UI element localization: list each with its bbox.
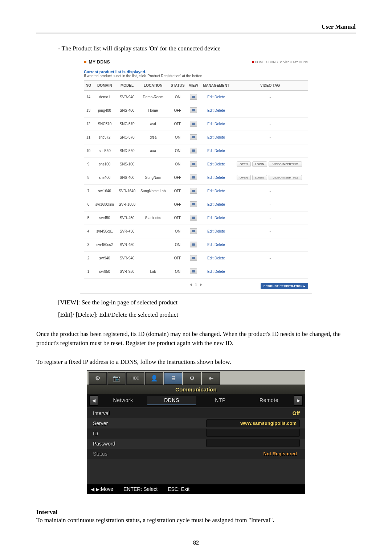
delete-link[interactable]: Delete	[215, 162, 225, 166]
value-id[interactable]	[206, 429, 300, 437]
delete-link[interactable]: Delete	[215, 95, 225, 99]
delete-link[interactable]: Delete	[215, 243, 225, 247]
edit-link[interactable]: Edit	[207, 202, 213, 206]
tabs-bar: ◀ Network DDNS NTP Remote ▶	[87, 394, 305, 407]
tab-prev-icon[interactable]: ◀	[89, 395, 98, 406]
delete-link[interactable]: Delete	[215, 216, 225, 220]
hint-esc: ESC: Exit	[168, 486, 189, 492]
view-icon[interactable]	[190, 215, 197, 221]
breadcrumb: ■ HOME > DDNS Service > MY DDNS	[252, 60, 308, 64]
edit-link[interactable]: Edit	[207, 95, 213, 99]
right-arrow-icon: ▶	[96, 487, 99, 492]
delete-link[interactable]: Delete	[215, 135, 225, 139]
delete-link[interactable]: Delete	[215, 176, 225, 180]
view-icon[interactable]	[190, 188, 197, 194]
delete-link[interactable]: Delete	[215, 256, 225, 260]
view-icon[interactable]	[190, 107, 197, 113]
label-server: Server	[87, 420, 156, 426]
page-prev-icon[interactable]	[190, 283, 192, 286]
product-table-body: 14demo1SVR-940Demo-RoomONEdit Delete-13j…	[84, 90, 308, 278]
edit-link[interactable]: Edit	[207, 270, 213, 274]
delete-link[interactable]: Delete	[215, 229, 225, 233]
footer-hints: ◀ ▶:Move ENTER: Select ESC: Exit	[87, 484, 305, 494]
col-view: VIEW	[187, 80, 200, 90]
table-row: 2svr940SVR-940OFFEdit Delete-	[84, 251, 308, 265]
user-icon[interactable]: 👤	[145, 372, 163, 385]
delete-link[interactable]: Delete	[215, 108, 225, 112]
network-icon[interactable]: 🖥	[164, 372, 182, 385]
col-model: MODEL	[117, 80, 138, 90]
value-server[interactable]: www.samsungipolis.com	[206, 419, 300, 427]
tab-next-icon[interactable]: ▶	[294, 395, 303, 406]
videotag-dash: -	[270, 243, 271, 247]
open-pill[interactable]: OPEN	[237, 175, 251, 180]
delete-link[interactable]: Delete	[215, 122, 225, 126]
view-icon[interactable]	[190, 201, 197, 207]
delete-link[interactable]: Delete	[215, 270, 225, 274]
delete-link[interactable]: Delete	[215, 189, 225, 193]
edit-link[interactable]: Edit	[207, 149, 213, 153]
table-row: 7svr1640SVR-1640SungName LabOFFEdit Dele…	[84, 184, 308, 198]
left-arrow-icon: ◀	[91, 487, 94, 492]
login-pill[interactable]: LOGIN	[252, 175, 267, 180]
exit-icon[interactable]: ⇤	[202, 372, 220, 385]
col-videotag: VIDEO TAG	[232, 80, 308, 90]
view-icon[interactable]	[190, 255, 197, 261]
edit-link[interactable]: Edit	[207, 216, 213, 220]
delete-link[interactable]: Delete	[215, 202, 225, 206]
table-row: 8sns400SNS-400SungNamOFFEdit DeleteOPENL…	[84, 171, 308, 184]
label-password: Password	[87, 441, 156, 447]
view-icon[interactable]	[190, 121, 197, 127]
settings-icon[interactable]: ⚙	[183, 372, 201, 385]
edit-link[interactable]: Edit	[207, 189, 213, 193]
edit-link[interactable]: Edit	[207, 162, 213, 166]
value-interval[interactable]: Off	[293, 410, 300, 416]
orange-dot-icon: ■	[84, 59, 86, 65]
table-row: 6svr1680kimSVR-1680OFFEdit Delete-	[84, 198, 308, 211]
edit-link[interactable]: Edit	[207, 256, 213, 260]
table-row: 11snc572SNC-570dfsaONEdit Delete-	[84, 131, 308, 144]
page-number-footer: 82	[36, 539, 356, 546]
edit-link[interactable]: Edit	[207, 135, 213, 139]
col-location: LOCATION	[138, 80, 169, 90]
view-icon[interactable]	[190, 228, 197, 234]
table-row: 13jang400SNS-400HomeOFFEdit Delete-	[84, 104, 308, 117]
panel-heading: Communication	[87, 385, 305, 394]
product-registration-button[interactable]: PRODUCT REGISTRATION	[261, 283, 308, 289]
open-pill[interactable]: OPEN	[237, 161, 251, 167]
intro-line: - The Product list will display status '…	[58, 44, 356, 53]
gear-icon[interactable]: ⚙	[89, 372, 107, 385]
login-pill[interactable]: LOGIN	[252, 161, 267, 167]
tab-remote[interactable]: Remote	[245, 396, 293, 405]
hint-enter: ENTER: Select	[123, 486, 158, 492]
videotag-dash: -	[270, 122, 271, 126]
edit-link[interactable]: Edit	[207, 122, 213, 126]
edit-link[interactable]: Edit	[207, 229, 213, 233]
table-row: 12SNC570SNC-570asdOFFEdit Delete-	[84, 117, 308, 131]
page-next-icon[interactable]	[200, 283, 202, 286]
tab-network[interactable]: Network	[99, 396, 147, 405]
view-icon[interactable]	[190, 268, 197, 274]
view-icon[interactable]	[190, 134, 197, 140]
tab-ddns[interactable]: DDNS	[147, 396, 196, 405]
hdd-icon[interactable]: HDD	[126, 372, 144, 385]
value-password[interactable]	[206, 439, 300, 447]
dvr-screenshot: ⚙ 📷 HDD 👤 🖥 ⚙ ⇤ Communication ◀ Network …	[87, 370, 305, 494]
delete-link[interactable]: Delete	[215, 149, 225, 153]
video-inserting-pill[interactable]: VIDEO INSERTING	[269, 175, 302, 180]
edit-link[interactable]: Edit	[207, 176, 213, 180]
view-icon[interactable]	[190, 94, 197, 100]
edit-link[interactable]: Edit	[207, 108, 213, 112]
camera-icon[interactable]: 📷	[107, 372, 126, 385]
edit-link[interactable]: Edit	[207, 243, 213, 247]
view-icon[interactable]	[190, 161, 197, 167]
section-interval: Interval	[36, 509, 356, 516]
tab-ntp[interactable]: NTP	[196, 396, 245, 405]
value-status: Not Registered	[207, 450, 300, 457]
para-interval: To maintain continuous registration stat…	[36, 516, 356, 525]
view-icon[interactable]	[190, 148, 197, 153]
video-inserting-pill[interactable]: VIDEO INSERTING	[269, 161, 302, 167]
view-icon[interactable]	[190, 175, 197, 180]
col-domain: DOMAIN	[93, 80, 116, 90]
view-icon[interactable]	[190, 242, 197, 247]
